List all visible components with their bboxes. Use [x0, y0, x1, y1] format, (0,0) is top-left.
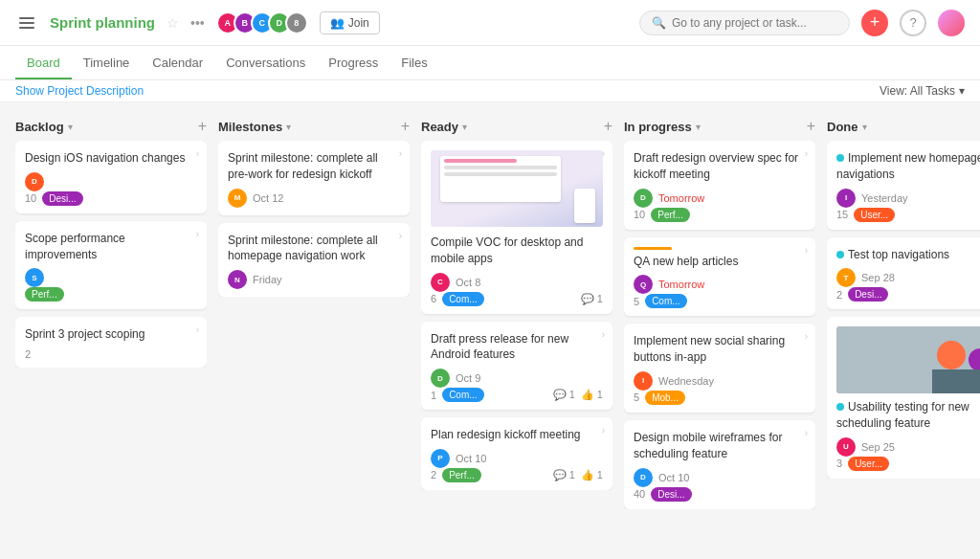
- card-title: QA new help articles: [634, 254, 806, 270]
- card-meta-row: DOct 10: [634, 468, 806, 487]
- tag-badge[interactable]: Com...: [442, 388, 483, 402]
- tag-badge[interactable]: Desi...: [651, 487, 691, 502]
- card-menu-icon[interactable]: ›: [196, 148, 199, 159]
- task-card[interactable]: ›Draft press release for new Android fea…: [421, 322, 612, 411]
- add-card-button[interactable]: +: [401, 118, 410, 135]
- task-card[interactable]: ›Plan redesign kickoff meetingPOct 102Pe…: [421, 417, 612, 490]
- task-card[interactable]: › Compile VOC for desktop and mobile app…: [421, 141, 612, 314]
- task-card[interactable]: ›Sprint 3 project scoping2: [15, 317, 207, 368]
- card-menu-icon[interactable]: ›: [602, 329, 605, 340]
- card-tags-row: 2Desi...: [836, 287, 980, 302]
- add-card-button[interactable]: +: [604, 118, 612, 135]
- tab-timeline[interactable]: Timeline: [72, 48, 142, 79]
- task-card[interactable]: ›Implement new homepage navigationsIYest…: [827, 141, 980, 230]
- avatar: D: [634, 468, 653, 487]
- tag-badge[interactable]: Com...: [442, 292, 483, 306]
- project-title[interactable]: Sprint planning: [50, 14, 155, 31]
- card-menu-icon[interactable]: ›: [399, 231, 402, 241]
- help-button[interactable]: ?: [900, 10, 926, 36]
- card-menu-icon[interactable]: ›: [399, 148, 402, 159]
- tag-badge[interactable]: Perf...: [442, 468, 481, 482]
- task-card[interactable]: ›Draft redesign overview spec for kickof…: [624, 141, 815, 230]
- task-card[interactable]: ›Design iOS navigation changesD10Desi...: [15, 141, 207, 213]
- column-backlog: Backlog ▾ + ›Design iOS navigation chang…: [15, 114, 207, 543]
- card-menu-icon[interactable]: ›: [805, 428, 808, 438]
- tag-badge[interactable]: Desi...: [42, 191, 82, 206]
- add-card-button[interactable]: +: [807, 118, 815, 135]
- chevron-down-icon[interactable]: ▾: [68, 122, 73, 132]
- card-menu-icon[interactable]: ›: [196, 324, 199, 335]
- card-image: [431, 150, 603, 227]
- card-title: Scope performance improvements: [25, 231, 197, 263]
- card-tags-row: 2Perf...💬 1👍 1: [431, 468, 603, 482]
- card-meta-row: IYesterday: [836, 189, 980, 208]
- column-title: Ready: [421, 120, 458, 134]
- task-card[interactable]: ›Sprint milestone: complete all pre-work…: [218, 141, 410, 215]
- tag-badge[interactable]: Perf...: [25, 287, 64, 302]
- search-input[interactable]: [672, 16, 825, 30]
- task-card[interactable]: ›QA new help articlesQTomorrow5Com...: [624, 237, 815, 317]
- card-meta-row: TSep 28: [836, 268, 980, 287]
- more-icon[interactable]: •••: [190, 15, 205, 31]
- card-number: 3: [836, 458, 842, 469]
- menu-icon[interactable]: [15, 13, 38, 33]
- avatar: D: [634, 189, 653, 208]
- tab-progress[interactable]: Progress: [317, 48, 390, 79]
- card-meta-row: D: [25, 172, 197, 191]
- task-card[interactable]: ›Usability testing for new scheduling fe…: [827, 317, 980, 479]
- tag-badge[interactable]: User...: [854, 208, 895, 222]
- star-icon[interactable]: ☆: [167, 15, 179, 31]
- task-card[interactable]: ›Design mobile wireframes for scheduling…: [624, 420, 815, 509]
- show-description-link[interactable]: Show Project Description: [15, 84, 144, 98]
- status-dot: [836, 403, 844, 411]
- task-card[interactable]: ›Test top navigationsTSep 282Desi...: [827, 237, 980, 310]
- due-date: Oct 12: [253, 192, 283, 204]
- chevron-down-icon[interactable]: ▾: [462, 122, 467, 132]
- tab-conversations[interactable]: Conversations: [214, 48, 317, 79]
- due-date: Tomorrow: [658, 279, 704, 290]
- card-tags-row: 3User...: [836, 457, 980, 471]
- card-menu-icon[interactable]: ›: [805, 148, 808, 159]
- card-meta-row: COct 8: [431, 273, 603, 292]
- tab-board[interactable]: Board: [15, 48, 72, 79]
- tag-badge[interactable]: Com...: [645, 294, 686, 308]
- user-avatar[interactable]: [938, 10, 965, 36]
- card-menu-icon[interactable]: ›: [602, 425, 605, 436]
- card-image: [836, 326, 980, 393]
- chevron-down-icon[interactable]: ▾: [862, 122, 867, 132]
- card-menu-icon[interactable]: ›: [196, 229, 199, 239]
- column-header: Milestones ▾ +: [218, 114, 410, 141]
- sub-bar: Show Project Description View: All Tasks…: [0, 80, 980, 102]
- card-meta-row: IWednesday: [634, 371, 806, 391]
- avatar-group: A B C D 8: [216, 11, 308, 34]
- status-dot: [836, 251, 844, 258]
- task-card[interactable]: ›Scope performance improvementsSPerf...: [15, 221, 207, 310]
- comment-count: 💬 1: [581, 293, 603, 305]
- task-card[interactable]: ›Implement new social sharing buttons in…: [624, 324, 815, 413]
- tab-calendar[interactable]: Calendar: [141, 48, 214, 79]
- card-number: 6: [431, 293, 436, 304]
- tag-badge[interactable]: User...: [848, 457, 889, 471]
- join-button[interactable]: 👥 Join: [320, 11, 380, 34]
- avatar: S: [25, 268, 44, 287]
- status-dot: [836, 154, 844, 162]
- column-in_progress: In progress ▾ + ›Draft redesign overview…: [624, 114, 815, 543]
- chevron-down-icon[interactable]: ▾: [696, 122, 701, 132]
- chevron-down-icon[interactable]: ▾: [286, 122, 291, 132]
- view-all-tasks[interactable]: View: All Tasks ▾: [880, 84, 965, 98]
- tag-badge[interactable]: Mob...: [645, 391, 685, 405]
- avatar: I: [836, 189, 856, 208]
- search-bar[interactable]: 🔍: [639, 11, 850, 35]
- tag-badge[interactable]: Desi...: [848, 287, 888, 302]
- card-menu-icon[interactable]: ›: [805, 245, 808, 256]
- tag-badge[interactable]: Perf...: [651, 208, 690, 222]
- header: Sprint planning ☆ ••• A B C D 8 👥 Join 🔍…: [0, 0, 980, 46]
- card-menu-icon[interactable]: ›: [805, 331, 808, 342]
- add-card-button[interactable]: +: [198, 118, 207, 135]
- add-button[interactable]: +: [861, 10, 888, 36]
- card-number: 15: [836, 209, 848, 220]
- task-card[interactable]: ›Sprint milestone: complete all homepage…: [218, 223, 410, 298]
- tab-files[interactable]: Files: [390, 48, 438, 79]
- search-icon: 🔍: [652, 16, 666, 30]
- board: Backlog ▾ + ›Design iOS navigation chang…: [0, 102, 980, 554]
